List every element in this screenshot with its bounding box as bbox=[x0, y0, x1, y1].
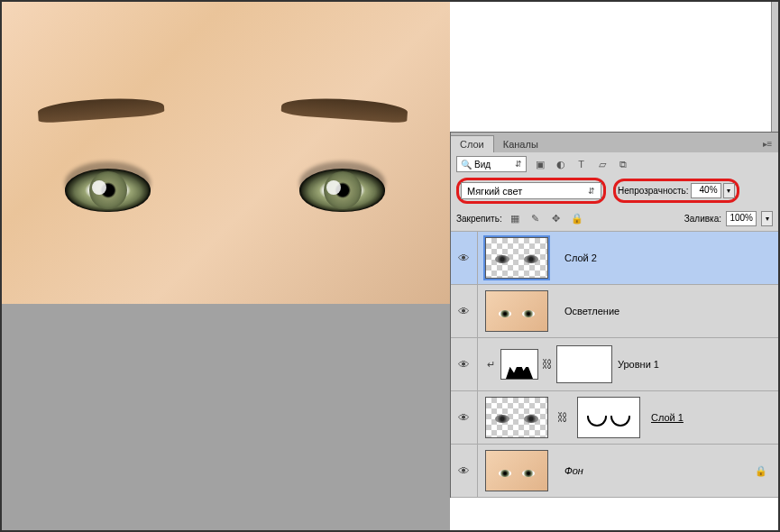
tab-layers[interactable]: Слои bbox=[451, 135, 494, 152]
eye-icon: 👁 bbox=[458, 358, 470, 371]
image-content bbox=[37, 95, 164, 124]
eye-icon: 👁 bbox=[458, 411, 470, 425]
lock-icon: 🔒 bbox=[755, 465, 773, 477]
mask-thumbnail[interactable] bbox=[556, 345, 612, 383]
search-icon: 🔍 bbox=[461, 160, 472, 170]
lock-move-icon[interactable]: ✥ bbox=[548, 212, 564, 226]
blend-mode-select[interactable]: Мягкий свет ⇵ bbox=[461, 182, 601, 199]
opacity-control: Непрозрачность: 40% ▾ bbox=[618, 183, 735, 198]
layer-thumbnail[interactable] bbox=[485, 290, 548, 332]
chevron-down-icon: ⇵ bbox=[515, 160, 522, 169]
filter-shape-icon[interactable]: ▱ bbox=[594, 157, 610, 172]
visibility-toggle[interactable]: 👁 bbox=[451, 338, 478, 390]
opacity-input[interactable]: 40% bbox=[691, 183, 721, 198]
visibility-toggle[interactable]: 👁 bbox=[451, 285, 478, 337]
eye-icon: 👁 bbox=[458, 305, 470, 318]
layer-row[interactable]: 👁 Осветление bbox=[451, 285, 778, 338]
eye-icon: 👁 bbox=[458, 252, 470, 265]
document-image[interactable] bbox=[2, 2, 450, 304]
layer-thumbnail[interactable] bbox=[485, 237, 548, 279]
filter-image-icon[interactable]: ▣ bbox=[532, 157, 547, 172]
layer-thumbnail[interactable] bbox=[485, 450, 548, 491]
filter-row: 🔍 Вид ⇵ ▣ ◐ T ▱ ⧉ bbox=[451, 152, 778, 176]
adjustment-thumbnail[interactable] bbox=[500, 349, 538, 380]
fill-input[interactable]: 100% bbox=[726, 211, 757, 226]
fill-dropdown-icon[interactable]: ▾ bbox=[761, 211, 773, 226]
lock-all-icon[interactable]: 🔒 bbox=[569, 212, 585, 226]
layer-name-label[interactable]: Слой 1 bbox=[651, 412, 684, 423]
lock-transparent-icon[interactable]: ▦ bbox=[507, 212, 523, 226]
eye-icon: 👁 bbox=[458, 464, 470, 478]
mask-thumbnail[interactable] bbox=[577, 397, 640, 438]
visibility-toggle[interactable]: 👁 bbox=[451, 445, 478, 497]
blend-mode-value: Мягкий свет bbox=[467, 186, 522, 197]
panel-menu-icon[interactable]: ▸≡ bbox=[757, 135, 778, 152]
layer-row[interactable]: 👁 Фон 🔒 bbox=[451, 445, 778, 498]
layer-name-label[interactable]: Осветление bbox=[564, 306, 619, 316]
panel-tabs: Слои Каналы ▸≡ bbox=[451, 133, 778, 152]
clip-indicator-icon: ↵ bbox=[487, 359, 495, 371]
layers-panel: Слои Каналы ▸≡ 🔍 Вид ⇵ ▣ ◐ T ▱ ⧉ Мягкий … bbox=[450, 132, 778, 498]
opacity-highlight: Непрозрачность: 40% ▾ bbox=[613, 179, 739, 203]
blend-highlight: Мягкий свет ⇵ bbox=[456, 178, 606, 204]
layer-filter-select[interactable]: 🔍 Вид ⇵ bbox=[456, 156, 527, 172]
layer-row[interactable]: 👁 Слой 2 bbox=[451, 232, 778, 285]
lock-label: Закрепить: bbox=[456, 214, 502, 224]
layer-row[interactable]: 👁 ↵ ⛓ Уровни 1 bbox=[451, 338, 778, 391]
chevron-down-icon: ⇵ bbox=[588, 187, 595, 196]
layer-name-label[interactable]: Фон bbox=[564, 465, 583, 476]
panel-dock-strip bbox=[771, 2, 778, 132]
opacity-label: Непрозрачность: bbox=[618, 186, 689, 196]
filter-adjust-icon[interactable]: ◐ bbox=[553, 157, 568, 172]
link-icon[interactable]: ⛓ bbox=[542, 358, 553, 371]
opacity-dropdown-icon[interactable]: ▾ bbox=[723, 183, 735, 198]
lock-brush-icon[interactable]: ✎ bbox=[528, 212, 544, 226]
layers-list: 👁 Слой 2 👁 Осветление 👁 ↵ ⛓ Уровни 1 👁 bbox=[451, 232, 778, 498]
image-content bbox=[280, 95, 408, 124]
image-content bbox=[65, 169, 151, 212]
link-icon[interactable]: ⛓ bbox=[557, 411, 568, 424]
fill-label: Заливка: bbox=[684, 214, 721, 224]
filter-label: Вид bbox=[474, 160, 491, 170]
layer-name-label[interactable]: Слой 2 bbox=[564, 252, 597, 263]
image-content bbox=[299, 169, 385, 212]
visibility-toggle[interactable]: 👁 bbox=[451, 232, 478, 284]
tab-channels[interactable]: Каналы bbox=[494, 136, 547, 152]
layer-name-label[interactable]: Уровни 1 bbox=[618, 359, 659, 370]
layer-thumbnail[interactable] bbox=[485, 397, 548, 438]
lock-fill-row: Закрепить: ▦ ✎ ✥ 🔒 Заливка: 100% ▾ bbox=[451, 209, 778, 232]
blend-opacity-row: Мягкий свет ⇵ Непрозрачность: 40% ▾ bbox=[451, 176, 778, 209]
filter-smart-icon[interactable]: ⧉ bbox=[615, 157, 630, 172]
layer-row[interactable]: 👁 ⛓ Слой 1 bbox=[451, 391, 778, 445]
visibility-toggle[interactable]: 👁 bbox=[451, 391, 478, 444]
canvas-area[interactable] bbox=[2, 2, 450, 530]
filter-text-icon[interactable]: T bbox=[574, 157, 589, 172]
